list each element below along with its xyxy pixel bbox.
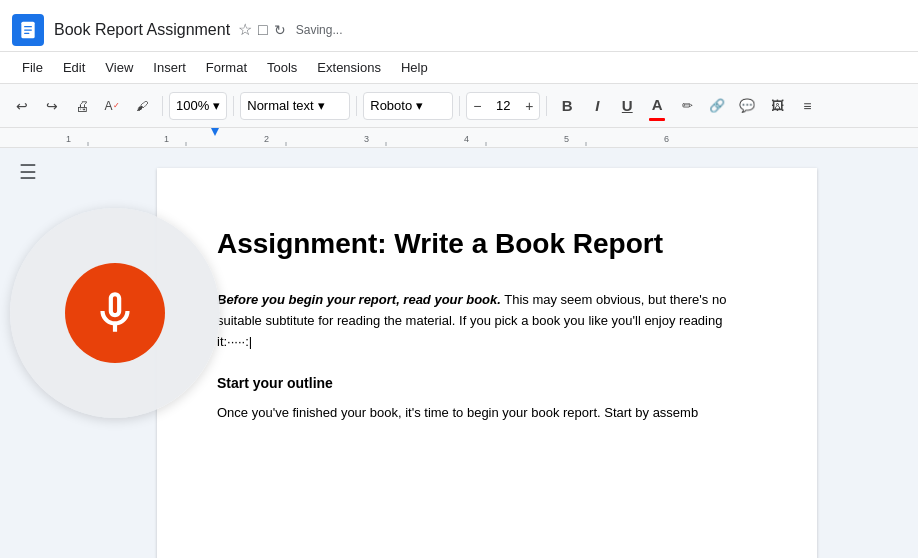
sidebar: ☰ <box>0 148 56 558</box>
svg-text:1: 1 <box>164 134 169 144</box>
mic-button[interactable] <box>65 263 165 363</box>
doc-title-text: Book Report Assignment <box>54 21 230 39</box>
document-title: Assignment: Write a Book Report <box>217 228 757 260</box>
svg-text:6: 6 <box>664 134 669 144</box>
svg-rect-1 <box>56 128 918 148</box>
zoom-value: 100% <box>176 98 209 113</box>
svg-text:3: 3 <box>364 134 369 144</box>
menu-edit[interactable]: Edit <box>53 56 95 79</box>
svg-text:1: 1 <box>66 134 71 144</box>
svg-text:5: 5 <box>564 134 569 144</box>
separator-2 <box>233 96 234 116</box>
svg-text:2: 2 <box>264 134 269 144</box>
font-size-box: − 12 + <box>466 92 540 120</box>
separator-3 <box>356 96 357 116</box>
star-icon[interactable]: ☆ <box>238 20 252 39</box>
spellcheck-button[interactable]: A✓ <box>98 92 126 120</box>
link-button[interactable]: 🔗 <box>703 92 731 120</box>
text-style-value: Normal text <box>247 98 313 113</box>
menu-view[interactable]: View <box>95 56 143 79</box>
doc-title-row: Book Report Assignment ☆ □ ↻ Saving... <box>54 20 906 39</box>
separator-5 <box>546 96 547 116</box>
saving-text: Saving... <box>296 23 343 37</box>
section-2-heading: Start your outline <box>217 372 757 394</box>
separator-1 <box>162 96 163 116</box>
menu-extensions[interactable]: Extensions <box>307 56 391 79</box>
insert-image-button[interactable]: 🖼 <box>763 92 791 120</box>
text-style-arrow: ▾ <box>318 98 325 113</box>
bold-button[interactable]: B <box>553 92 581 120</box>
font-value: Roboto <box>370 98 412 113</box>
text-style-selector[interactable]: Normal text ▾ <box>240 92 350 120</box>
font-size-input[interactable]: 12 <box>487 98 519 113</box>
toolbar: ↩ ↪ 🖨 A✓ 🖌 100% ▾ Normal text ▾ Roboto ▾… <box>0 84 918 128</box>
outline-icon[interactable]: ☰ <box>19 160 37 184</box>
separator-4 <box>459 96 460 116</box>
font-selector[interactable]: Roboto ▾ <box>363 92 453 120</box>
section-2-body: Once you've finished your book, it's tim… <box>217 403 757 424</box>
highlight-button[interactable]: ✏ <box>673 92 701 120</box>
font-size-decrease[interactable]: − <box>467 92 487 120</box>
underline-button[interactable]: U <box>613 92 641 120</box>
menu-bar: File Edit View Insert Format Tools Exten… <box>0 52 918 84</box>
undo-button[interactable]: ↩ <box>8 92 36 120</box>
doc-area: Assignment: Write a Book Report Before y… <box>56 148 918 558</box>
ruler: 1 1 2 3 4 5 6 <box>0 128 918 148</box>
paragraph-1: Before you begin your report, read your … <box>217 290 757 352</box>
insert-comment-button[interactable]: 💬 <box>733 92 761 120</box>
redo-button[interactable]: ↪ <box>38 92 66 120</box>
menu-file[interactable]: File <box>12 56 53 79</box>
font-color-underline <box>649 118 665 121</box>
document-body: Before you begin your report, read your … <box>217 290 757 424</box>
paint-format-button[interactable]: 🖌 <box>128 92 156 120</box>
title-bar: Book Report Assignment ☆ □ ↻ Saving... <box>0 0 918 52</box>
title-icons: ☆ □ ↻ Saving... <box>238 20 342 39</box>
zoom-dropdown-arrow: ▾ <box>213 98 220 113</box>
svg-text:4: 4 <box>464 134 469 144</box>
menu-insert[interactable]: Insert <box>143 56 196 79</box>
cloud-icon[interactable]: ↻ <box>274 22 286 38</box>
italic-button[interactable]: I <box>583 92 611 120</box>
menu-tools[interactable]: Tools <box>257 56 307 79</box>
zoom-selector[interactable]: 100% ▾ <box>169 92 227 120</box>
font-arrow: ▾ <box>416 98 423 113</box>
doc-icon <box>12 14 44 46</box>
main-area: ☰ Assignment: Write a Book Report Before… <box>0 148 918 558</box>
font-color-wrapper: A <box>643 90 671 121</box>
title-area: Book Report Assignment ☆ □ ↻ Saving... <box>54 20 906 39</box>
paragraph-1-bold: Before you begin your report, read your … <box>217 292 501 307</box>
print-button[interactable]: 🖨 <box>68 92 96 120</box>
drive-icon[interactable]: □ <box>258 21 268 39</box>
font-color-button[interactable]: A <box>643 90 671 118</box>
menu-format[interactable]: Format <box>196 56 257 79</box>
more-options-button[interactable]: ≡ <box>793 92 821 120</box>
font-size-increase[interactable]: + <box>519 92 539 120</box>
menu-help[interactable]: Help <box>391 56 438 79</box>
page: Assignment: Write a Book Report Before y… <box>157 168 817 558</box>
